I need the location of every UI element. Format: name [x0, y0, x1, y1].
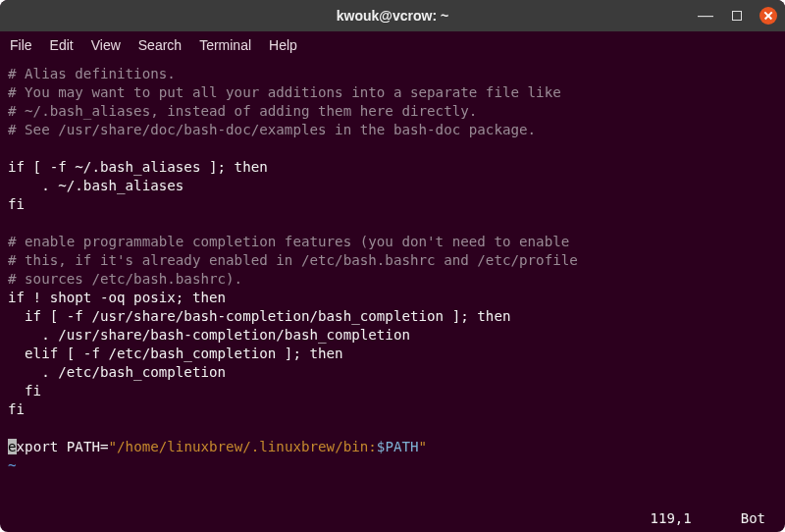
titlebar[interactable]: kwouk@vcrow: ~ — [0, 0, 785, 31]
code-line: # enable programmable completion feature… [8, 234, 569, 249]
menu-edit[interactable]: Edit [50, 37, 74, 53]
code-line: fi [8, 401, 25, 417]
code-line: elif [ -f /etc/bash_completion ]; then [8, 346, 343, 361]
code-line: if [ -f ~/.bash_aliases ]; then [8, 159, 268, 175]
code-line: fi [8, 383, 41, 399]
window-title: kwouk@vcrow: ~ [337, 8, 448, 24]
close-button[interactable] [759, 7, 777, 25]
code-line: # ~/.bash_aliases, instead of adding the… [8, 103, 477, 119]
menu-view[interactable]: View [91, 37, 121, 53]
code-line: if [ -f /usr/share/bash-completion/bash_… [8, 308, 511, 324]
tilde-line: ~ [8, 457, 17, 473]
menubar: File Edit View Search Terminal Help [0, 31, 785, 59]
maximize-button[interactable] [728, 7, 746, 25]
code-line: # You may want to put all your additions… [8, 84, 561, 100]
code-line: # sources /etc/bash.bashrc). [8, 271, 242, 287]
code-line: . /usr/share/bash-completion/bash_comple… [8, 327, 410, 343]
code-line: fi [8, 196, 25, 212]
code-line: if ! shopt -oq posix; then [8, 290, 226, 305]
code-line: # See /usr/share/doc/bash-doc/examples i… [8, 122, 536, 137]
cursor: e [8, 439, 17, 454]
window-controls: — [697, 7, 777, 25]
menu-help[interactable]: Help [269, 37, 297, 53]
code-line: . ~/.bash_aliases [8, 178, 183, 193]
terminal-window: kwouk@vcrow: ~ — File Edit View Search T… [0, 0, 785, 532]
terminal-content[interactable]: # Alias definitions. # You may want to p… [0, 59, 785, 532]
menu-file[interactable]: File [10, 37, 32, 53]
menu-search[interactable]: Search [138, 37, 182, 53]
statusbar: 119,1Bot [651, 509, 765, 528]
menu-terminal[interactable]: Terminal [199, 37, 251, 53]
scroll-indicator: Bot [741, 509, 765, 528]
export-line: export PATH="/home/linuxbrew/.linuxbrew/… [8, 439, 427, 454]
minimize-button[interactable]: — [697, 7, 714, 25]
code-line: # Alias definitions. [8, 66, 176, 81]
code-line: # this, if it's already enabled in /etc/… [8, 252, 578, 268]
cursor-position: 119,1 [651, 509, 692, 528]
code-line: . /etc/bash_completion [8, 364, 226, 380]
